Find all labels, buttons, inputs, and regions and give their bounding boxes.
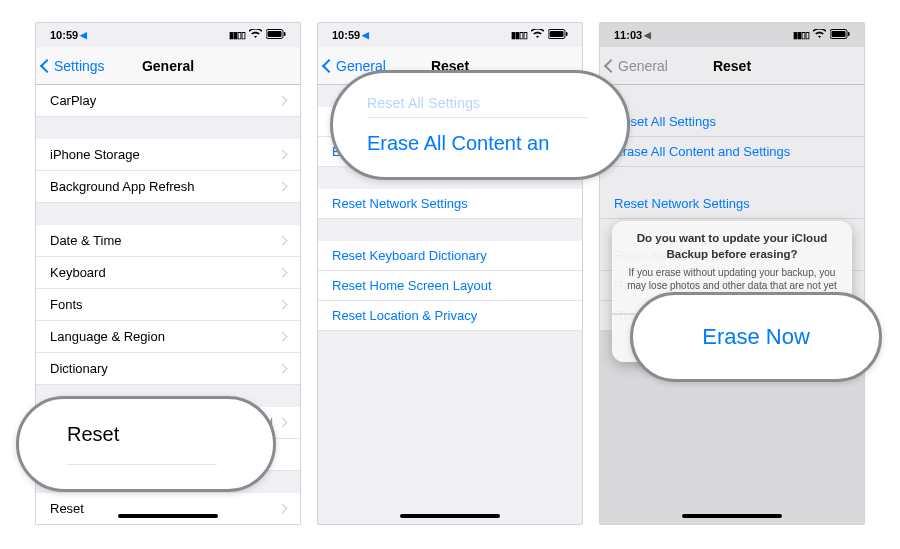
row-reset-keyboard-dictionary[interactable]: Reset Keyboard Dictionary bbox=[318, 241, 582, 271]
section-spacer bbox=[318, 219, 582, 241]
battery-icon bbox=[266, 29, 286, 41]
callout-erase-all: Reset All Settings Erase All Content an bbox=[330, 70, 630, 180]
row-erase-all-content: Erase All Content and Settings bbox=[600, 137, 864, 167]
status-time: 10:59◀ bbox=[50, 29, 87, 41]
chevron-right-icon bbox=[278, 96, 288, 106]
location-icon: ◀ bbox=[644, 30, 651, 40]
status-time: 10:59◀ bbox=[332, 29, 369, 41]
row-reset[interactable]: Reset bbox=[36, 493, 300, 524]
chevron-right-icon bbox=[278, 504, 288, 514]
wifi-icon bbox=[813, 29, 826, 41]
battery-icon bbox=[548, 29, 568, 41]
status-time: 11:03◀ bbox=[614, 29, 651, 41]
back-label: General bbox=[618, 58, 668, 74]
callout-label: Erase All Content an bbox=[367, 132, 627, 155]
svg-rect-2 bbox=[284, 32, 286, 36]
svg-rect-7 bbox=[832, 31, 846, 37]
row-dictionary[interactable]: Dictionary bbox=[36, 353, 300, 385]
row-language-region[interactable]: Language & Region bbox=[36, 321, 300, 353]
section-spacer bbox=[600, 167, 864, 189]
callout-faint-top: Reset All Settings bbox=[367, 95, 627, 111]
callout-reset: Reset bbox=[16, 396, 276, 492]
callout-label: Erase Now bbox=[702, 324, 810, 350]
battery-icon bbox=[830, 29, 850, 41]
wifi-icon bbox=[531, 29, 544, 41]
home-indicator bbox=[118, 514, 218, 518]
chevron-right-icon bbox=[278, 300, 288, 310]
section-spacer bbox=[600, 85, 864, 107]
svg-rect-4 bbox=[550, 31, 564, 37]
phone-erase-confirm: 11:03◀ ▮▮▯▯ General Reset Reset All Sett… bbox=[599, 22, 865, 525]
wifi-icon bbox=[249, 29, 262, 41]
row-reset-network[interactable]: Reset Network Settings bbox=[318, 189, 582, 219]
row-date-time[interactable]: Date & Time bbox=[36, 225, 300, 257]
chevron-right-icon bbox=[278, 418, 288, 428]
callout-erase-now: Erase Now bbox=[630, 292, 882, 382]
back-button[interactable]: Settings bbox=[42, 58, 105, 74]
section-spacer bbox=[36, 203, 300, 225]
signal-icon: ▮▮▯▯ bbox=[511, 30, 527, 40]
signal-icon: ▮▮▯▯ bbox=[793, 30, 809, 40]
section-spacer bbox=[36, 117, 300, 139]
chevron-right-icon bbox=[278, 150, 288, 160]
callout-divider bbox=[67, 464, 217, 465]
chevron-left-icon bbox=[604, 58, 618, 72]
nav-bar: General Reset bbox=[600, 47, 864, 85]
chevron-left-icon bbox=[322, 58, 336, 72]
svg-rect-1 bbox=[268, 31, 282, 37]
location-icon: ◀ bbox=[362, 30, 369, 40]
callout-label: Reset bbox=[67, 423, 273, 446]
row-background-app-refresh[interactable]: Background App Refresh bbox=[36, 171, 300, 203]
chevron-right-icon bbox=[278, 236, 288, 246]
row-reset-home-screen[interactable]: Reset Home Screen Layout bbox=[318, 271, 582, 301]
row-iphone-storage[interactable]: iPhone Storage bbox=[36, 139, 300, 171]
row-fonts[interactable]: Fonts bbox=[36, 289, 300, 321]
status-bar: 10:59◀ ▮▮▯▯ bbox=[318, 23, 582, 47]
chevron-right-icon bbox=[278, 364, 288, 374]
svg-rect-5 bbox=[566, 32, 568, 36]
home-indicator bbox=[682, 514, 782, 518]
chevron-right-icon bbox=[278, 268, 288, 278]
row-carplay[interactable]: CarPlay bbox=[36, 85, 300, 117]
status-bar: 11:03◀ ▮▮▯▯ bbox=[600, 23, 864, 47]
back-label: Settings bbox=[54, 58, 105, 74]
row-reset-location-privacy[interactable]: Reset Location & Privacy bbox=[318, 301, 582, 331]
location-icon: ◀ bbox=[80, 30, 87, 40]
callout-divider bbox=[367, 117, 587, 118]
chevron-right-icon bbox=[278, 182, 288, 192]
svg-rect-8 bbox=[848, 32, 850, 36]
row-reset-network: Reset Network Settings bbox=[600, 189, 864, 219]
signal-icon: ▮▮▯▯ bbox=[229, 30, 245, 40]
nav-title: Reset bbox=[713, 58, 751, 74]
row-reset-all-settings: Reset All Settings bbox=[600, 107, 864, 137]
chevron-right-icon bbox=[278, 332, 288, 342]
status-bar: 10:59◀ ▮▮▯▯ bbox=[36, 23, 300, 47]
back-button: General bbox=[606, 58, 668, 74]
chevron-left-icon bbox=[40, 58, 54, 72]
row-keyboard[interactable]: Keyboard bbox=[36, 257, 300, 289]
nav-title: General bbox=[142, 58, 194, 74]
home-indicator bbox=[400, 514, 500, 518]
nav-bar: Settings General bbox=[36, 47, 300, 85]
sheet-title: Do you want to update your iCloud Backup… bbox=[626, 231, 838, 262]
